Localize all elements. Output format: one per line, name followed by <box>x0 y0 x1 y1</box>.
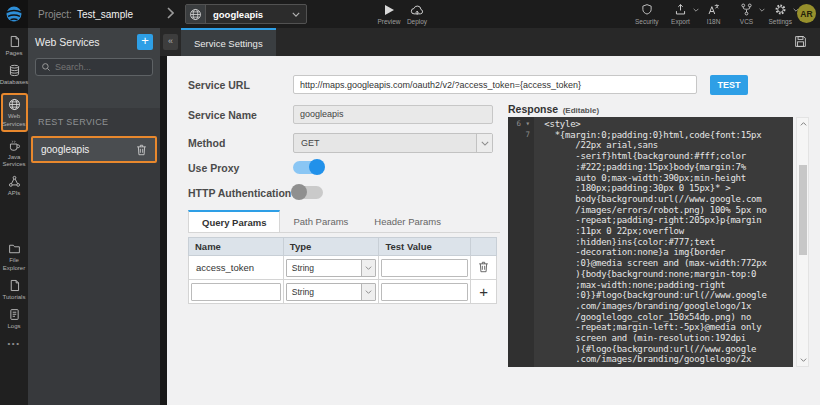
user-avatar[interactable]: AR <box>797 4 816 23</box>
code-text: /googlelogo_color_150x54dp.png) no <box>534 312 751 323</box>
tab-service-settings[interactable]: Service Settings <box>181 28 276 56</box>
service-dropdown[interactable]: googleapis <box>185 4 307 24</box>
panel-divider <box>160 56 167 405</box>
code-text: -repeat;padding-right:205px}p{margin <box>534 215 761 226</box>
use-proxy-toggle[interactable] <box>293 161 323 174</box>
scrollbar-thumb[interactable] <box>799 165 807 255</box>
add-row-icon[interactable]: + <box>479 283 488 300</box>
code-line: /images/errors/robot.png) 100% 5px no <box>508 205 793 216</box>
new-param-type-select[interactable]: String <box>286 283 377 301</box>
code-line: 6 ▾ <style> <box>508 119 793 130</box>
settings-button[interactable]: Settings <box>769 3 793 25</box>
table-row: access_token String <box>189 256 497 280</box>
code-text: auto 0;max-width:390px;min-height <box>534 173 746 184</box>
param-type-select[interactable]: String <box>286 259 377 277</box>
chevron-down-icon <box>476 134 492 152</box>
globe-icon <box>186 5 206 23</box>
tab-query-params[interactable]: Query Params <box>188 210 280 232</box>
scroll-down-icon[interactable] <box>799 356 808 364</box>
database-icon <box>8 64 21 77</box>
i18n-label: I18N <box>707 18 721 25</box>
col-header-name: Name <box>189 238 284 256</box>
shield-icon <box>641 3 653 16</box>
line-number: 7 <box>508 130 534 141</box>
icon-sidebar: Pages Databases Web Services Java Servic… <box>0 28 28 405</box>
code-line: 7 *{margin:0;padding:0}html,code{font:15… <box>508 130 793 141</box>
save-icon[interactable] <box>794 35 807 48</box>
vcs-button[interactable]: VCS <box>736 3 758 25</box>
line-number <box>508 301 534 312</box>
code-line: /22px arial,sans <box>508 140 793 151</box>
sidebar-more-button[interactable]: ••• <box>8 339 21 348</box>
export-icon <box>674 3 687 16</box>
tab-path-params[interactable]: Path Params <box>280 210 361 232</box>
play-icon <box>385 3 394 16</box>
security-button[interactable]: Security <box>635 3 658 25</box>
deploy-button[interactable]: Deploy <box>402 3 432 25</box>
i18n-button[interactable]: I18N <box>703 3 725 25</box>
sidebar-item-file-explorer[interactable]: File Explorer <box>0 242 28 271</box>
col-header-test-value: Test Value <box>379 238 471 256</box>
sidebar-item-apis[interactable]: APIs <box>0 175 28 197</box>
service-dropdown-value: googleapis <box>206 9 292 20</box>
code-text: <style> <box>534 119 581 130</box>
line-number <box>508 258 534 269</box>
sidebar-item-pages[interactable]: Pages <box>0 35 28 57</box>
editor-scrollbar[interactable] <box>796 117 809 367</box>
search-input[interactable] <box>55 62 147 72</box>
code-line: -decoration:none}a img{border <box>508 247 793 258</box>
new-param-name-input[interactable] <box>191 283 281 301</box>
line-number <box>508 226 534 237</box>
breadcrumb-chevron-icon <box>167 7 174 19</box>
sidebar-item-java-services[interactable]: Java Services <box>0 139 28 168</box>
http-auth-toggle[interactable] <box>293 186 323 199</box>
code-text: ){body{background:none;margin-top:0 <box>534 269 756 280</box>
code-text: ;max-width:none;padding-right <box>534 280 725 291</box>
param-test-value-input[interactable] <box>381 259 468 277</box>
app-logo-icon[interactable] <box>0 0 28 28</box>
sidebar-item-databases[interactable]: Databases <box>0 64 28 86</box>
code-line: :#222;padding:15px}body{margin:7% <box>508 162 793 173</box>
export-button[interactable]: Export <box>670 3 692 25</box>
chevron-down-icon <box>759 8 765 12</box>
service-name-input[interactable]: googleapis <box>293 105 493 124</box>
line-number <box>508 280 534 291</box>
code-line: :180px;padding:30px 0 15px}* > <box>508 183 793 194</box>
tab-bar: « Service Settings <box>160 28 820 56</box>
method-select[interactable]: GET <box>293 133 493 153</box>
project-breadcrumb: Project: Test_sample <box>38 0 133 28</box>
sidebar-item-logs[interactable]: Logs <box>0 308 28 330</box>
code-line: -repeat;padding-right:205px}p{margin <box>508 215 793 226</box>
preview-button[interactable]: Preview <box>374 3 404 25</box>
code-line: :hidden}ins{color:#777;text <box>508 237 793 248</box>
line-number: 6 ▾ <box>508 119 534 130</box>
line-number <box>508 215 534 226</box>
delete-service-icon[interactable] <box>136 144 147 156</box>
tab-header-params[interactable]: Header Params <box>361 210 454 232</box>
collapse-panel-button[interactable]: « <box>163 34 178 50</box>
scroll-up-icon[interactable] <box>799 120 808 128</box>
rest-service-section: REST SERVICE googleapis <box>28 108 160 405</box>
section-label: REST SERVICE <box>28 108 160 131</box>
panel-title: Web Services <box>35 36 137 48</box>
sidebar-item-web-services[interactable]: Web Services <box>1 93 28 131</box>
add-service-button[interactable]: + <box>137 34 153 50</box>
document-icon <box>8 308 21 321</box>
col-header-actions <box>471 238 497 256</box>
service-search[interactable] <box>35 58 153 76</box>
line-number <box>508 333 534 344</box>
code-text: .com/images/branding/googlelogo/1x <box>534 301 751 312</box>
delete-row-icon[interactable] <box>478 261 489 273</box>
response-editor[interactable]: 6 ▾ <style> 7 *{margin:0;padding:0}html,… <box>508 117 793 367</box>
col-header-type: Type <box>283 238 379 256</box>
code-line: /googlelogo_color_150x54dp.png) no <box>508 312 793 323</box>
export-label: Export <box>671 18 690 25</box>
new-param-test-value-input[interactable] <box>381 283 468 301</box>
sidebar-item-tutorials[interactable]: Tutorials <box>0 279 28 301</box>
code-text: :11px 0 22px;overflow <box>534 226 684 237</box>
settings-label: Settings <box>769 18 793 25</box>
test-button[interactable]: TEST <box>710 75 748 95</box>
code-line: :0}}#logo{background:url(//www.google <box>508 290 793 301</box>
service-list-item-googleapis[interactable]: googleapis <box>31 136 157 163</box>
service-url-input[interactable] <box>293 75 697 94</box>
